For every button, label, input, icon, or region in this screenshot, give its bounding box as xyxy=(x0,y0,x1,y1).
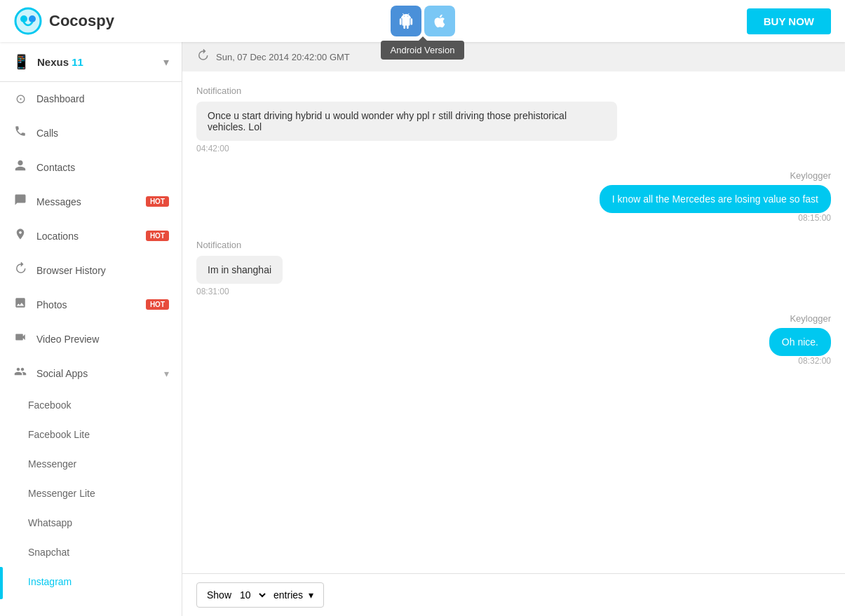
notification-bubble-2: Im in shanghai xyxy=(196,256,283,284)
content-area: Sun, 07 Dec 2014 20:42:00 GMT Notificati… xyxy=(182,42,845,616)
message-block-1: Notification Once u start driving hybrid… xyxy=(196,85,831,153)
sidebar: 📱 Nexus 11 ▾ ⊙ Dashboard Calls Contacts xyxy=(0,42,182,616)
social-apps-chevron-icon: ▾ xyxy=(164,368,169,379)
sidebar-item-facebook[interactable]: Facebook xyxy=(0,390,182,420)
svg-point-3 xyxy=(29,15,36,22)
sidebar-item-label: Messages xyxy=(36,196,137,207)
outgoing-time-1: 08:15:00 xyxy=(196,213,831,223)
photos-icon xyxy=(13,296,28,313)
logo-text: Cocospy xyxy=(49,12,114,30)
notification-bubble-1: Once u start driving hybrid u would wond… xyxy=(196,102,617,141)
header: Cocospy Android Version BUY NOW xyxy=(0,0,845,42)
locations-icon xyxy=(13,228,28,244)
sidebar-item-label: Dashboard xyxy=(36,93,169,104)
sidebar-item-whatsapp[interactable]: Whatsapp xyxy=(0,508,182,538)
apple-tab[interactable] xyxy=(424,6,455,36)
sidebar-item-label: Contacts xyxy=(36,162,169,173)
date-icon xyxy=(196,49,209,64)
sidebar-item-label: Calls xyxy=(36,128,169,139)
bottom-bar: Show 10 25 50 100 entries ▾ xyxy=(182,573,845,616)
photos-hot-badge: HOT xyxy=(146,299,169,310)
main-layout: 📱 Nexus 11 ▾ ⊙ Dashboard Calls Contacts xyxy=(0,42,845,616)
sidebar-item-instagram[interactable]: Instagram xyxy=(0,567,182,596)
sidebar-item-messenger[interactable]: Messenger xyxy=(0,449,182,479)
dashboard-icon: ⊙ xyxy=(13,91,28,107)
platform-tabs xyxy=(391,6,455,36)
sidebar-item-label: Locations xyxy=(36,231,137,242)
entries-suffix: entries xyxy=(273,589,303,601)
outgoing-time-2: 08:32:00 xyxy=(196,356,831,366)
sidebar-item-social-apps[interactable]: Social Apps ▾ xyxy=(0,356,182,390)
sidebar-item-browser-history[interactable]: Browser History xyxy=(0,253,182,287)
message-time-1: 04:42:00 xyxy=(196,144,831,153)
contacts-icon xyxy=(13,159,28,175)
device-name: Nexus 11 xyxy=(37,56,83,68)
device-left: 📱 Nexus 11 xyxy=(13,53,83,70)
sidebar-item-facebook-lite[interactable]: Facebook Lite xyxy=(0,420,182,449)
keylogger-label-1: Keylogger xyxy=(196,170,831,181)
sidebar-item-dashboard[interactable]: ⊙ Dashboard xyxy=(0,82,182,116)
video-preview-icon xyxy=(13,331,28,347)
notification-label-2: Notification xyxy=(196,240,831,250)
date-header: Sun, 07 Dec 2014 20:42:00 GMT xyxy=(182,42,845,71)
sidebar-item-messenger-lite[interactable]: Messenger Lite xyxy=(0,479,182,508)
header-center: Android Version xyxy=(391,6,455,36)
device-header: 📱 Nexus 11 ▾ xyxy=(0,42,182,82)
browser-history-icon xyxy=(13,262,28,278)
outgoing-bubble-1: I know all the Mercedes are losing value… xyxy=(600,185,831,213)
messages-icon xyxy=(13,193,28,210)
sidebar-item-photos[interactable]: Photos HOT xyxy=(0,287,182,322)
logo-icon xyxy=(14,7,42,35)
keylogger-label-2: Keylogger xyxy=(196,313,831,324)
sidebar-item-video-preview[interactable]: Video Preview xyxy=(0,322,182,356)
android-tab[interactable] xyxy=(391,6,421,36)
sidebar-item-contacts[interactable]: Contacts xyxy=(0,150,182,184)
sidebar-item-calls[interactable]: Calls xyxy=(0,116,182,150)
calls-icon xyxy=(13,125,28,141)
sidebar-item-snapchat[interactable]: Snapchat xyxy=(0,538,182,567)
chat-messages: Notification Once u start driving hybrid… xyxy=(182,71,845,397)
entries-select[interactable]: Show 10 25 50 100 entries ▾ xyxy=(196,582,324,608)
entries-chevron-icon: ▾ xyxy=(309,589,313,601)
message-block-2: Keylogger I know all the Mercedes are lo… xyxy=(196,170,831,223)
chat-container: Sun, 07 Dec 2014 20:42:00 GMT Notificati… xyxy=(182,42,845,573)
messages-hot-badge: HOT xyxy=(146,196,169,207)
social-apps-icon xyxy=(13,365,28,381)
date-text: Sun, 07 Dec 2014 20:42:00 GMT xyxy=(216,52,350,62)
device-icon: 📱 xyxy=(13,53,30,70)
sidebar-item-label: Video Preview xyxy=(36,334,169,345)
active-indicator xyxy=(0,567,3,599)
notification-label-1: Notification xyxy=(196,85,831,96)
device-chevron-icon[interactable]: ▾ xyxy=(163,55,169,69)
message-time-2: 08:31:00 xyxy=(196,287,831,296)
outgoing-bubble-2: Oh nice. xyxy=(769,328,831,356)
message-block-4: Keylogger Oh nice. 08:32:00 xyxy=(196,313,831,366)
locations-hot-badge: HOT xyxy=(146,231,169,241)
entries-label: Show xyxy=(207,589,231,601)
sidebar-item-label: Browser History xyxy=(36,265,169,276)
sidebar-item-messages[interactable]: Messages HOT xyxy=(0,184,182,219)
logo-area: Cocospy xyxy=(14,7,114,35)
android-tooltip: Android Version xyxy=(381,41,465,60)
sidebar-item-label: Social Apps xyxy=(36,368,156,379)
buy-now-button[interactable]: BUY NOW xyxy=(747,8,831,34)
sidebar-item-locations[interactable]: Locations HOT xyxy=(0,219,182,253)
message-block-3: Notification Im in shanghai 08:31:00 xyxy=(196,240,831,296)
svg-point-2 xyxy=(20,15,27,22)
instagram-wrapper: Instagram xyxy=(0,567,182,596)
sidebar-item-label: Photos xyxy=(36,299,137,310)
entries-dropdown[interactable]: 10 25 50 100 xyxy=(237,589,268,601)
